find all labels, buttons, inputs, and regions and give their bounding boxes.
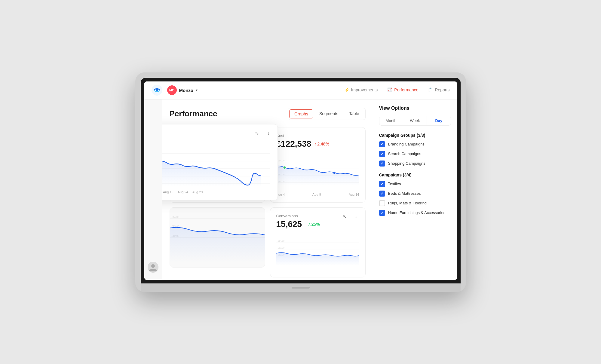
chart-cost: Cost £122,538 ↑ 2.48% [270, 127, 366, 203]
svg-text:£13.00: £13.00 [278, 246, 284, 249]
checkbox-shopping[interactable] [379, 161, 385, 167]
screen-bezel: MO Monzo ▾ ⚡ Improvements 📈 Perfo [141, 78, 461, 283]
laptop-notch [292, 287, 310, 289]
improvements-icon: ⚡ [344, 87, 349, 92]
tab-reports[interactable]: 📋 Reports [428, 82, 449, 98]
user-avatar [148, 262, 158, 273]
performance-icon: 📈 [387, 87, 392, 92]
checkbox-rugs[interactable] [379, 200, 385, 206]
checkbox-home[interactable] [379, 210, 385, 216]
tab-performance[interactable]: 📈 Performance [387, 82, 418, 98]
brand-avatar: MO [167, 85, 177, 95]
campaign-groups-title: Campaign Groups (3/3) [379, 133, 451, 138]
cpc-legend: Aug 4 Aug 9 Aug 14 Aug 19 Aug 24 Aug 29 [162, 190, 271, 194]
nav-tabs: ⚡ Improvements 📈 Performance 📋 Reports [344, 82, 450, 98]
checkbox-search-label: Search Campaigns [388, 151, 422, 156]
conv-download-icon[interactable]: ↓ [352, 213, 360, 221]
cpc-chart-svg: £14.00 £13.00 £12.00 £11.00 £10.00 [162, 151, 271, 187]
right-panel: View Options Month Week Day Campaign Gro… [373, 99, 457, 280]
cost-change: ↑ 2.48% [314, 142, 329, 146]
svg-point-30 [283, 166, 285, 168]
checkbox-search[interactable] [379, 151, 385, 157]
checkbox-rugs-label: Rugs, Mats & Flooring [388, 201, 427, 205]
sidebar [144, 99, 162, 280]
conv-up-arrow-icon: ↑ [305, 222, 307, 227]
tab-reports-label: Reports [435, 87, 449, 92]
svg-text:£14.00: £14.00 [171, 215, 179, 218]
cost-value: £122,538 [276, 139, 311, 149]
cost-label: Cost [276, 133, 359, 138]
svg-point-31 [333, 172, 335, 174]
checkbox-beds-label: Beds & Mattresses [388, 191, 421, 196]
checkbox-branding[interactable] [379, 141, 385, 147]
cpc-actions: ⤡ ↓ [253, 129, 273, 138]
page-title: Performance [170, 109, 217, 118]
cost-chart-svg: £14.00 £13.00 £12.00 £11.00 [276, 154, 359, 190]
conversions-value: 15,625 [276, 219, 302, 229]
time-btn-month[interactable]: Month [379, 116, 403, 125]
laptop-base [141, 283, 461, 292]
time-options: Month Week Day [379, 116, 451, 126]
campaign-beds[interactable]: Beds & Mattresses [379, 191, 451, 197]
campaign-home[interactable]: Home Furnishings & Accessories [379, 210, 451, 216]
app-logo [152, 85, 162, 96]
performance-header: Performance Graphs Segments Table [170, 108, 366, 120]
svg-text:£14.00: £14.00 [278, 239, 284, 242]
cost-dates: Aug 4 Aug 9 Aug 14 [276, 193, 359, 196]
checkbox-beds[interactable] [379, 191, 385, 197]
view-tabs: Graphs Segments Table [288, 108, 365, 120]
laptop-frame: MO Monzo ▾ ⚡ Improvements 📈 Perfo [135, 72, 466, 292]
top-nav: MO Monzo ▾ ⚡ Improvements 📈 Perfo [144, 81, 457, 99]
screen: MO Monzo ▾ ⚡ Improvements 📈 Perfo [144, 81, 457, 280]
reports-icon: 📋 [428, 87, 433, 92]
cost-up-arrow-icon: ↑ [314, 142, 316, 146]
conversions-chart-svg: £14.00 £13.00 £12.00 [276, 234, 359, 270]
download-icon[interactable]: ↓ [264, 129, 273, 138]
view-tab-segments[interactable]: Segments [314, 109, 343, 118]
panel-title: View Options [379, 106, 451, 111]
time-btn-week[interactable]: Week [403, 116, 427, 125]
svg-point-3 [151, 264, 155, 268]
bottom-left-svg: £14.00 £13.00 £12.00 [170, 208, 265, 267]
svg-point-1 [156, 89, 158, 91]
cost-value-row: £122,538 ↑ 2.48% [276, 139, 359, 149]
checkbox-branding-label: Branding Campaigns [388, 142, 425, 146]
expand-icon[interactable]: ⤡ [253, 129, 261, 138]
campaign-textiles[interactable]: Textiles [379, 181, 451, 187]
campaign-group-shopping[interactable]: Shopping Campaigns [379, 161, 451, 167]
chart-placeholder-bottom-left: £14.00 £13.00 £12.00 [170, 207, 265, 268]
brand-dropdown-icon: ▾ [196, 88, 198, 92]
checkbox-home-label: Home Furnishings & Accessories [388, 210, 446, 215]
campaign-rugs[interactable]: Rugs, Mats & Flooring [379, 200, 451, 206]
app-container: MO Monzo ▾ ⚡ Improvements 📈 Perfo [144, 81, 457, 280]
view-tab-table[interactable]: Table [344, 109, 364, 118]
charts-container: Cost Per Conversion £10.24 ↓ 5.43% [170, 127, 366, 277]
tab-improvements[interactable]: ⚡ Improvements [344, 82, 378, 98]
time-btn-day[interactable]: Day [427, 116, 450, 125]
chart-conversions: Conversions 15,625 ↑ 7.25% [270, 207, 366, 277]
tab-improvements-label: Improvements [351, 87, 378, 92]
main-content: Performance Graphs Segments Table C [144, 99, 457, 280]
brand-name: Monzo [179, 88, 193, 93]
campaign-group-search[interactable]: Search Campaigns [379, 151, 451, 157]
campaigns-list: Textiles Beds & Mattresses Rugs, Mats & … [379, 181, 451, 216]
view-tab-graphs[interactable]: Graphs [289, 109, 313, 118]
campaigns-title: Campaigns (3/4) [379, 173, 451, 177]
conversions-change: ↑ 7.25% [305, 222, 320, 227]
checkbox-shopping-label: Shopping Campaigns [388, 161, 425, 166]
checkbox-textiles-label: Textiles [388, 182, 401, 186]
conv-expand-icon[interactable]: ⤡ [341, 213, 349, 221]
svg-text:£14.00: £14.00 [278, 159, 284, 162]
brand-section[interactable]: MO Monzo ▾ [167, 85, 198, 95]
campaign-group-branding[interactable]: Branding Campaigns [379, 141, 451, 147]
tab-performance-label: Performance [394, 87, 418, 92]
content-area: Performance Graphs Segments Table C [162, 99, 373, 280]
checkbox-textiles[interactable] [379, 181, 385, 187]
campaign-groups-list: Branding Campaigns Search Campaigns Shop… [379, 141, 451, 167]
chart-cost-per-conversion-expanded: Cost Per Conversion £10.24 ↓ 5.43% [162, 124, 278, 200]
conversions-actions: ⤡ ↓ [341, 213, 360, 221]
